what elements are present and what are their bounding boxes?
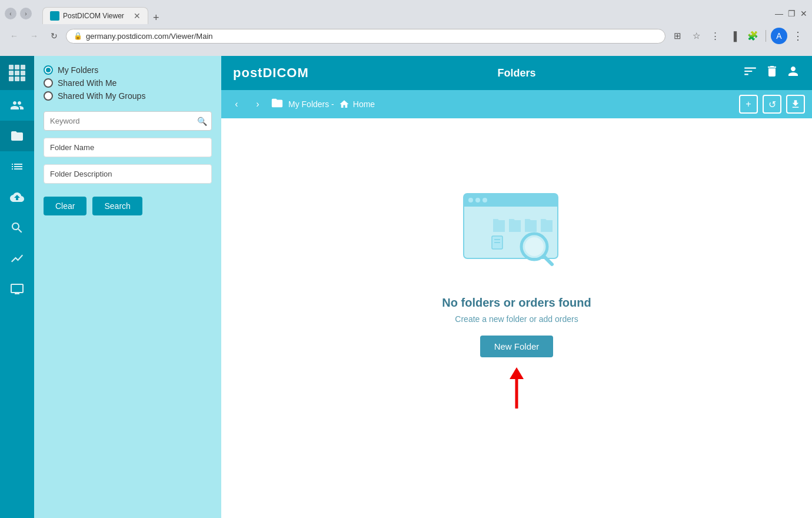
- browser-toolbar-right: ⊞ ☆ ⋮ ▐ 🧩 A ⋮: [669, 28, 806, 44]
- logo-dot: [21, 71, 25, 75]
- account-icon[interactable]: [786, 64, 800, 82]
- filter-folder-name[interactable]: Folder Name: [44, 138, 212, 157]
- filter-folder-description-label: Folder Description: [50, 170, 112, 178]
- browser-toolbar: ← → ↻ 🔒 germany.postdicom.com/Viewer/Mai…: [0, 24, 812, 48]
- svg-point-10: [525, 237, 544, 256]
- breadcrumb-actions: + ↺: [739, 95, 805, 114]
- arrow-indicator: [505, 364, 528, 414]
- svg-point-4: [475, 198, 480, 202]
- active-tab[interactable]: PostDICOM Viewer ✕: [42, 7, 148, 24]
- profile-icon[interactable]: A: [771, 28, 787, 44]
- sidebar-icon-folders[interactable]: [0, 121, 34, 151]
- search-button[interactable]: Search: [92, 197, 142, 215]
- address-text: germany.postdicom.com/Viewer/Main: [86, 32, 213, 41]
- empty-subtitle: Create a new folder or add orders: [455, 314, 578, 324]
- breadcrumb-prefix: My Folders -: [288, 99, 334, 109]
- browser-back-btn[interactable]: ‹: [5, 8, 16, 19]
- lock-icon: 🔒: [74, 32, 82, 40]
- sidebar-icon-worklist[interactable]: [0, 151, 34, 182]
- radio-label-shared-groups: Shared With My Groups: [58, 91, 145, 101]
- breadcrumb-text: My Folders - Home: [288, 99, 375, 109]
- translate-icon[interactable]: ⊞: [669, 28, 685, 44]
- new-folder-button[interactable]: New Folder: [480, 336, 554, 357]
- nav-forward-icon[interactable]: →: [26, 28, 42, 44]
- sidebar-icon-search[interactable]: [0, 212, 34, 243]
- breadcrumb-back-btn[interactable]: ‹: [228, 96, 245, 112]
- nav-refresh-icon[interactable]: ↻: [46, 28, 62, 44]
- tab-bar: PostDICOM Viewer ✕ +: [38, 3, 775, 24]
- panel-sidebar: My Folders Shared With Me Shared With My…: [34, 56, 221, 518]
- extensions-icon[interactable]: 🧩: [744, 28, 761, 44]
- keyword-input[interactable]: [44, 111, 212, 131]
- logo-dot: [21, 77, 25, 81]
- browser-chrome: ‹ › PostDICOM Viewer ✕ + — ❐ ✕ ← → ↻ 🔒 g…: [0, 0, 812, 56]
- radio-label-shared-me: Shared With Me: [58, 78, 117, 88]
- breadcrumb-home-icon: [339, 99, 351, 109]
- filter-folder-description[interactable]: Folder Description: [44, 164, 212, 184]
- main-content: postDICOM Folders: [221, 56, 812, 518]
- breadcrumb-home-label: Home: [353, 99, 375, 109]
- address-bar[interactable]: 🔒 germany.postdicom.com/Viewer/Main: [66, 29, 665, 44]
- sidebar-toggle-icon[interactable]: ▐: [726, 28, 742, 44]
- nav-back-icon[interactable]: ←: [6, 28, 22, 44]
- icon-sidebar: [0, 56, 34, 518]
- radio-shared-with-groups[interactable]: Shared With My Groups: [44, 91, 212, 101]
- divider: [766, 30, 766, 42]
- keyword-input-wrap: 🔍: [44, 111, 212, 131]
- add-folder-btn[interactable]: +: [739, 95, 758, 114]
- breadcrumb-folder-icon: [271, 97, 284, 112]
- sidebar-icon-monitor[interactable]: [0, 274, 34, 304]
- new-tab-btn[interactable]: +: [148, 12, 164, 24]
- sidebar-icon-upload[interactable]: [0, 182, 34, 212]
- refresh-btn[interactable]: ↺: [763, 95, 781, 114]
- logo-dot: [9, 77, 14, 81]
- browser-titlebar: ‹ › PostDICOM Viewer ✕ + — ❐ ✕: [0, 0, 812, 24]
- star-icon[interactable]: ☆: [688, 28, 704, 44]
- download-btn[interactable]: [786, 95, 805, 114]
- breadcrumb-forward-btn[interactable]: ›: [249, 96, 266, 112]
- radio-my-folders[interactable]: My Folders: [44, 65, 212, 75]
- logo-dot: [21, 65, 25, 69]
- radio-label-my-folders: My Folders: [58, 65, 98, 75]
- app-container: My Folders Shared With Me Shared With My…: [0, 56, 812, 518]
- maximize-btn[interactable]: ❐: [788, 9, 796, 18]
- empty-illustration: [452, 176, 581, 282]
- tab-favicon: [50, 11, 59, 21]
- radio-circle-shared-groups: [44, 91, 53, 101]
- svg-rect-2: [464, 202, 558, 207]
- app-header: postDICOM Folders: [221, 56, 812, 90]
- keyword-search-icon: 🔍: [197, 117, 207, 126]
- radio-circle-shared-me: [44, 78, 53, 88]
- sort-icon[interactable]: [743, 64, 758, 82]
- minimize-btn[interactable]: —: [775, 9, 783, 18]
- logo-dot: [15, 65, 19, 69]
- tab-title: PostDICOM Viewer: [63, 12, 124, 20]
- svg-marker-13: [510, 367, 524, 379]
- button-row: Clear Search: [44, 197, 212, 215]
- logo-grid: [9, 65, 25, 81]
- empty-title: No folders or orders found: [442, 296, 591, 310]
- close-btn[interactable]: ✕: [800, 9, 807, 18]
- header-actions: [743, 64, 800, 82]
- radio-circle-my-folders: [44, 65, 53, 75]
- logo-dot: [9, 65, 14, 69]
- tab-close-btn[interactable]: ✕: [134, 11, 141, 21]
- sidebar-icon-analytics[interactable]: [0, 243, 34, 274]
- logo-dot: [15, 77, 19, 81]
- logo-dot: [15, 71, 19, 75]
- trash-icon[interactable]: [765, 64, 779, 82]
- folder-options: My Folders Shared With Me Shared With My…: [44, 65, 212, 101]
- browser-menu-icon[interactable]: ⋮: [707, 28, 723, 44]
- sidebar-icon-users[interactable]: [0, 90, 34, 121]
- empty-state: No folders or orders found Create a new …: [221, 118, 812, 518]
- app-logo-text: postDICOM: [233, 65, 309, 81]
- svg-point-3: [468, 198, 473, 202]
- more-options-icon[interactable]: ⋮: [790, 28, 806, 44]
- breadcrumb-bar: ‹ › My Folders - Home + ↺: [221, 90, 812, 118]
- clear-button[interactable]: Clear: [44, 197, 86, 215]
- browser-forward-btn[interactable]: ›: [20, 8, 32, 19]
- logo-area: [0, 56, 34, 90]
- filter-folder-name-label: Folder Name: [50, 143, 94, 152]
- radio-shared-with-me[interactable]: Shared With Me: [44, 78, 212, 88]
- app-header-title: Folders: [497, 67, 535, 79]
